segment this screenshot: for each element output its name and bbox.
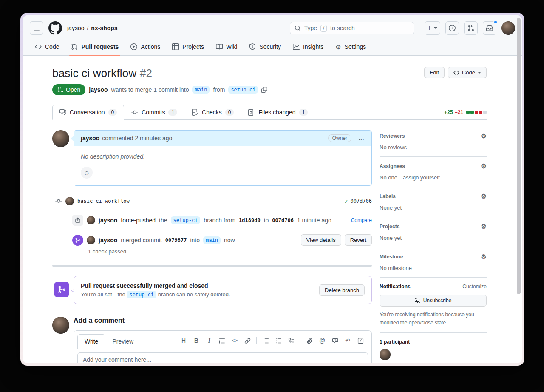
gear-icon[interactable]: ⚙	[481, 193, 487, 199]
head-branch-label[interactable]: setup-ci	[171, 216, 201, 224]
commit-sha[interactable]: 007d706	[350, 198, 372, 204]
sidebar-assignees: Assignees ⚙ No one—assign yourself	[380, 163, 487, 187]
window-scrollbar[interactable]	[517, 18, 521, 294]
nav-tab-actions[interactable]: Actions	[125, 40, 165, 55]
head-branch-label[interactable]: setup-ci	[228, 86, 258, 94]
task-list-icon[interactable]	[285, 335, 297, 346]
diffstat: +25 −21	[444, 109, 487, 119]
breadcrumb-repo[interactable]: nx-shops	[91, 25, 117, 31]
nav-tab-code[interactable]: Code	[30, 40, 64, 55]
shield-icon	[249, 43, 256, 50]
tab-checks[interactable]: Checks 0	[184, 105, 241, 120]
nav-tab-security[interactable]: Security	[244, 40, 286, 55]
revert-button[interactable]: Revert	[345, 234, 372, 246]
issue-opened-icon	[449, 25, 456, 31]
create-new-button[interactable]: +	[425, 21, 440, 35]
compare-link[interactable]: Compare	[351, 217, 372, 223]
check-passed-note[interactable]: 1 check passed	[88, 248, 372, 255]
gear-icon[interactable]: ⚙	[481, 253, 487, 260]
nav-tab-wiki[interactable]: Wiki	[211, 40, 242, 55]
delete-branch-button[interactable]: Delete branch	[319, 284, 365, 296]
hamburger-menu-button[interactable]	[30, 21, 43, 35]
event-actor-avatar[interactable]	[87, 236, 95, 244]
assign-yourself-link[interactable]: assign yourself	[403, 174, 440, 181]
comment-textarea[interactable]	[77, 352, 368, 363]
breadcrumb-owner[interactable]: jaysoo	[67, 25, 84, 31]
commit-message[interactable]: basic ci workflow	[77, 198, 130, 204]
event-actor-avatar[interactable]	[87, 216, 95, 224]
nav-tab-pull-requests[interactable]: Pull requests	[66, 40, 124, 55]
quote-icon[interactable]	[216, 335, 228, 346]
head-branch-label[interactable]: setup-ci	[127, 291, 156, 298]
check-passed-icon[interactable]: ✓	[345, 198, 348, 205]
reply-icon[interactable]: ↶	[342, 335, 354, 346]
pull-requests-button[interactable]	[464, 21, 478, 35]
comment-kebab-menu[interactable]: …	[358, 135, 365, 142]
comment-author-avatar[interactable]	[52, 130, 69, 147]
labels-header[interactable]: Labels ⚙	[380, 193, 487, 199]
nav-tab-insights[interactable]: Insights	[288, 40, 329, 55]
preview-tab[interactable]: Preview	[105, 335, 140, 349]
nav-tab-settings[interactable]: ⚙ Settings	[330, 40, 371, 55]
mention-icon[interactable]: @	[316, 335, 328, 346]
unsubscribe-button[interactable]: Unsubscribe	[380, 295, 487, 307]
labels-value: None yet	[380, 205, 487, 211]
chevron-down-icon	[434, 27, 437, 29]
view-details-button[interactable]: View details	[301, 234, 341, 246]
pr-author[interactable]: jaysoo	[89, 86, 108, 93]
pr-tab-nav: Conversation 0 Commits 1 Checks 0	[52, 105, 487, 120]
bold-icon[interactable]: B	[190, 335, 202, 346]
code-dropdown-button[interactable]: Code	[448, 67, 487, 78]
old-sha[interactable]: 1d189d9	[239, 217, 261, 223]
github-logo[interactable]	[48, 21, 62, 35]
copy-icon[interactable]	[261, 87, 267, 93]
gear-icon[interactable]: ⚙	[481, 223, 487, 230]
base-branch-label[interactable]: main	[203, 236, 221, 244]
commit-author-avatar[interactable]	[65, 197, 74, 205]
merged-banner-title: Pull request successfully merged and clo…	[81, 282, 230, 289]
deletions-count: −21	[455, 109, 463, 115]
book-icon	[216, 43, 223, 50]
slash-commands-icon[interactable]	[354, 335, 366, 346]
pr-sidebar: Reviewers ⚙ No reviews Assignees ⚙	[380, 130, 487, 363]
base-branch-label[interactable]: main	[192, 86, 210, 94]
add-reaction-button[interactable]: ☺	[81, 167, 93, 179]
bell-slash-icon	[415, 298, 421, 304]
link-icon[interactable]	[241, 335, 253, 346]
write-tab[interactable]: Write	[77, 334, 105, 349]
milestone-header[interactable]: Milestone ⚙	[380, 253, 487, 260]
ordered-list-icon[interactable]	[260, 335, 272, 346]
gear-icon[interactable]: ⚙	[481, 133, 487, 139]
edit-button[interactable]: Edit	[424, 67, 445, 78]
user-avatar[interactable]	[502, 21, 515, 35]
new-sha[interactable]: 007d706	[272, 217, 294, 223]
tab-conversation[interactable]: Conversation 0	[52, 105, 124, 120]
git-pull-request-icon	[468, 25, 474, 31]
unordered-list-icon[interactable]	[272, 335, 284, 346]
tab-files-changed[interactable]: Files changed 1	[241, 105, 315, 120]
cross-reference-icon[interactable]	[329, 335, 341, 346]
attachment-icon[interactable]	[303, 335, 315, 346]
comment-body: No description provided.	[74, 146, 371, 167]
timeline-force-push-event: jaysoo force-pushed the setup-ci branch …	[52, 215, 372, 226]
heading-icon[interactable]: H	[178, 335, 190, 346]
nav-tab-projects[interactable]: Projects	[167, 40, 209, 55]
assignees-header[interactable]: Assignees ⚙	[380, 163, 487, 169]
reviewers-header[interactable]: Reviewers ⚙	[380, 133, 487, 139]
toolbar-divider	[300, 337, 300, 344]
tab-commits[interactable]: Commits 1	[124, 105, 184, 120]
inbox-button[interactable]	[483, 21, 496, 35]
projects-value: None yet	[380, 235, 487, 241]
issues-button[interactable]	[445, 21, 459, 35]
reviewers-value: No reviews	[380, 144, 487, 151]
gear-icon[interactable]: ⚙	[481, 163, 487, 169]
merged-commit-sha[interactable]: 0079877	[165, 237, 187, 243]
italic-icon[interactable]: I	[203, 335, 215, 346]
customize-link[interactable]: Customize	[462, 284, 487, 290]
projects-header[interactable]: Projects ⚙	[380, 223, 487, 230]
search-input[interactable]: Type / to search	[290, 22, 414, 34]
force-pushed-link[interactable]: force-pushed	[121, 217, 156, 224]
participant-avatar[interactable]	[380, 349, 391, 360]
comment-author[interactable]: jaysoo	[81, 135, 99, 142]
code-icon[interactable]: <>	[229, 335, 241, 346]
